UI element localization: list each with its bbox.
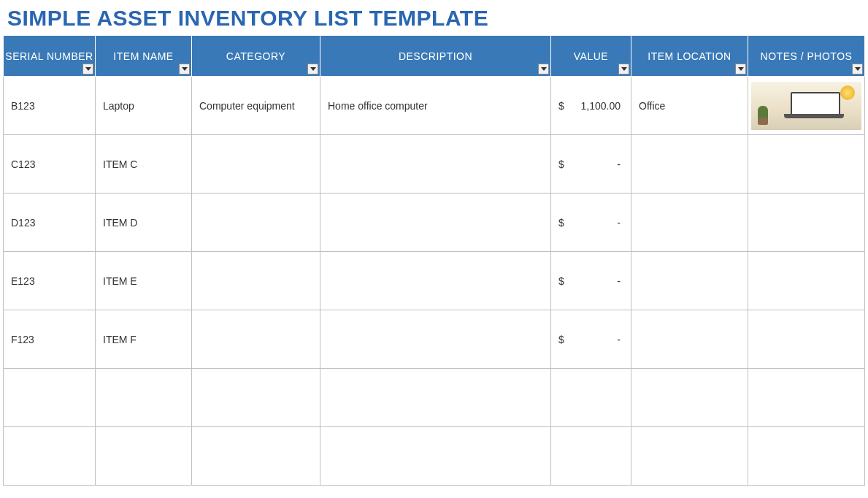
column-header-label: SERIAL NUMBER bbox=[5, 50, 93, 62]
cell-location[interactable] bbox=[631, 369, 748, 427]
cell-desc[interactable]: Home office computer bbox=[320, 77, 551, 135]
table-row bbox=[4, 369, 865, 427]
cell-category[interactable] bbox=[192, 427, 320, 486]
svg-marker-2 bbox=[310, 67, 316, 71]
value-amount: - bbox=[564, 275, 623, 287]
cell-serial[interactable]: D123 bbox=[4, 194, 96, 252]
currency-symbol: $ bbox=[558, 100, 564, 112]
table-row bbox=[4, 427, 865, 486]
column-header-label: VALUE bbox=[574, 50, 608, 62]
cell-notes[interactable] bbox=[748, 369, 865, 427]
cell-notes[interactable] bbox=[748, 310, 865, 369]
cell-location[interactable] bbox=[631, 310, 748, 369]
currency-symbol: $ bbox=[558, 334, 564, 345]
table-row: E123ITEM E$- bbox=[4, 252, 865, 310]
column-header-location: ITEM LOCATION bbox=[631, 36, 748, 77]
cell-value[interactable]: $- bbox=[551, 252, 631, 310]
table-row: B123LaptopComputer equipmentHome office … bbox=[4, 77, 865, 135]
cell-value[interactable]: $- bbox=[551, 194, 631, 252]
filter-button-category[interactable] bbox=[307, 64, 318, 74]
chevron-down-icon bbox=[541, 67, 547, 71]
svg-marker-4 bbox=[621, 67, 627, 71]
column-header-label: ITEM LOCATION bbox=[648, 50, 731, 62]
cell-value[interactable]: $1,100.00 bbox=[551, 77, 631, 135]
cell-location[interactable] bbox=[631, 135, 748, 194]
chevron-down-icon bbox=[855, 67, 861, 71]
currency-symbol: $ bbox=[558, 158, 564, 170]
filter-button-name[interactable] bbox=[179, 64, 190, 74]
cell-category[interactable] bbox=[192, 369, 320, 427]
filter-button-desc[interactable] bbox=[538, 64, 549, 74]
asset-photo-thumbnail[interactable] bbox=[751, 82, 861, 130]
column-header-value: VALUE bbox=[551, 36, 631, 77]
currency-symbol: $ bbox=[558, 217, 564, 229]
cell-desc[interactable] bbox=[320, 427, 551, 486]
cell-serial[interactable]: C123 bbox=[4, 135, 96, 194]
column-header-desc: DESCRIPTION bbox=[320, 36, 551, 77]
chevron-down-icon bbox=[621, 67, 627, 71]
column-header-label: NOTES / PHOTOS bbox=[761, 50, 853, 62]
filter-button-value[interactable] bbox=[618, 64, 629, 74]
cell-serial[interactable] bbox=[4, 369, 96, 427]
cell-notes[interactable] bbox=[748, 427, 865, 486]
cell-location[interactable]: Office bbox=[631, 77, 748, 135]
lamp-icon bbox=[840, 85, 855, 100]
plant-icon bbox=[758, 106, 768, 125]
cell-notes[interactable] bbox=[748, 77, 865, 135]
asset-table: SERIAL NUMBERITEM NAMECATEGORYDESCRIPTIO… bbox=[3, 35, 865, 486]
column-header-name: ITEM NAME bbox=[96, 36, 192, 77]
svg-marker-5 bbox=[738, 67, 744, 71]
cell-location[interactable] bbox=[631, 194, 748, 252]
value-amount: - bbox=[564, 158, 623, 170]
chevron-down-icon bbox=[738, 67, 744, 71]
cell-category[interactable] bbox=[192, 135, 320, 194]
column-header-label: DESCRIPTION bbox=[399, 50, 472, 62]
cell-value[interactable]: $- bbox=[551, 310, 631, 369]
cell-location[interactable] bbox=[631, 252, 748, 310]
cell-notes[interactable] bbox=[748, 135, 865, 194]
value-amount: 1,100.00 bbox=[564, 100, 623, 112]
cell-desc[interactable] bbox=[320, 252, 551, 310]
cell-desc[interactable] bbox=[320, 194, 551, 252]
cell-serial[interactable]: B123 bbox=[4, 77, 96, 135]
table-header-row: SERIAL NUMBERITEM NAMECATEGORYDESCRIPTIO… bbox=[4, 36, 865, 77]
cell-category[interactable]: Computer equipment bbox=[192, 77, 320, 135]
cell-serial[interactable]: E123 bbox=[4, 252, 96, 310]
table-row: F123ITEM F$- bbox=[4, 310, 865, 369]
cell-serial[interactable]: F123 bbox=[4, 310, 96, 369]
filter-button-serial[interactable] bbox=[82, 64, 93, 74]
cell-serial[interactable] bbox=[4, 427, 96, 486]
filter-button-notes[interactable] bbox=[852, 64, 863, 74]
page-title: SIMPLE ASSET INVENTORY LIST TEMPLATE bbox=[0, 0, 868, 35]
cell-name[interactable]: ITEM C bbox=[96, 135, 192, 194]
chevron-down-icon bbox=[85, 67, 91, 71]
chevron-down-icon bbox=[310, 67, 316, 71]
currency-symbol: $ bbox=[558, 275, 564, 287]
cell-value[interactable] bbox=[551, 427, 631, 486]
svg-marker-6 bbox=[855, 67, 861, 71]
cell-category[interactable] bbox=[192, 252, 320, 310]
svg-marker-3 bbox=[541, 67, 547, 71]
svg-marker-0 bbox=[85, 67, 91, 71]
column-header-notes: NOTES / PHOTOS bbox=[748, 36, 865, 77]
cell-name[interactable] bbox=[96, 427, 192, 486]
cell-category[interactable] bbox=[192, 310, 320, 369]
column-header-label: ITEM NAME bbox=[113, 50, 173, 62]
cell-notes[interactable] bbox=[748, 252, 865, 310]
cell-name[interactable] bbox=[96, 369, 192, 427]
cell-desc[interactable] bbox=[320, 369, 551, 427]
cell-name[interactable]: ITEM F bbox=[96, 310, 192, 369]
cell-notes[interactable] bbox=[748, 194, 865, 252]
cell-name[interactable]: ITEM D bbox=[96, 194, 192, 252]
cell-desc[interactable] bbox=[320, 135, 551, 194]
cell-category[interactable] bbox=[192, 194, 320, 252]
cell-value[interactable]: $- bbox=[551, 135, 631, 194]
cell-location[interactable] bbox=[631, 427, 748, 486]
filter-button-location[interactable] bbox=[735, 64, 746, 74]
cell-desc[interactable] bbox=[320, 310, 551, 369]
cell-value[interactable] bbox=[551, 369, 631, 427]
cell-name[interactable]: ITEM E bbox=[96, 252, 192, 310]
value-amount: - bbox=[564, 217, 623, 229]
cell-name[interactable]: Laptop bbox=[96, 77, 192, 135]
value-amount: - bbox=[564, 334, 623, 345]
